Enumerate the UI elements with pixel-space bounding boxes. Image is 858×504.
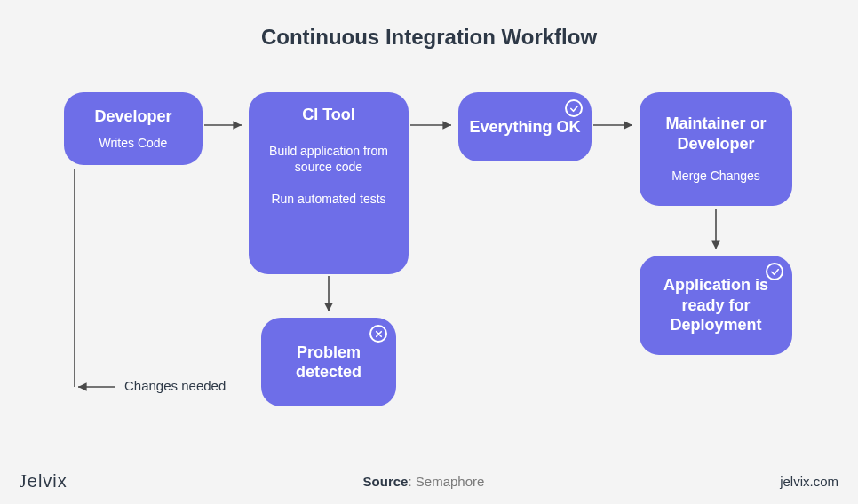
node-ci-tool-line2: Run automated tests xyxy=(271,191,385,207)
diagram-title: Continuous Integration Workflow xyxy=(0,0,858,50)
node-ci-tool: CI Tool Build application from source co… xyxy=(249,92,409,274)
node-ci-tool-title: CI Tool xyxy=(302,105,355,125)
diagram-canvas: Developer Writes Code CI Tool Build appl… xyxy=(0,50,858,458)
node-ci-tool-line1: Build application from source code xyxy=(259,143,398,175)
check-icon xyxy=(565,99,583,117)
footer: Jelvix Source: Semaphore jelvix.com xyxy=(0,471,858,492)
node-maintainer-sub: Merge Changes xyxy=(671,168,760,184)
brand-text: elvix xyxy=(28,471,68,491)
node-problem-title: Problem detected xyxy=(272,343,385,382)
node-developer: Developer Writes Code xyxy=(64,92,203,165)
node-deploy: Application is ready for Deployment xyxy=(640,256,792,355)
node-problem: Problem detected xyxy=(261,318,396,406)
brand-logo: Jelvix xyxy=(20,471,68,492)
node-maintainer-title: Maintainer or Developer xyxy=(650,114,782,154)
site-link: jelvix.com xyxy=(780,474,838,489)
feedback-label: Changes needed xyxy=(124,378,226,393)
node-deploy-title: Application is ready for Deployment xyxy=(650,275,782,335)
source-value: Semaphore xyxy=(416,474,485,489)
source-label: Source xyxy=(363,474,409,489)
node-everything-ok-title: Everything OK xyxy=(469,117,580,138)
check-icon xyxy=(766,263,783,280)
node-developer-title: Developer xyxy=(94,106,171,127)
node-developer-sub: Writes Code xyxy=(99,135,168,151)
node-everything-ok: Everything OK xyxy=(458,92,592,161)
source-credit: Source: Semaphore xyxy=(363,474,485,489)
close-icon xyxy=(369,325,387,343)
node-maintainer: Maintainer or Developer Merge Changes xyxy=(640,92,792,206)
